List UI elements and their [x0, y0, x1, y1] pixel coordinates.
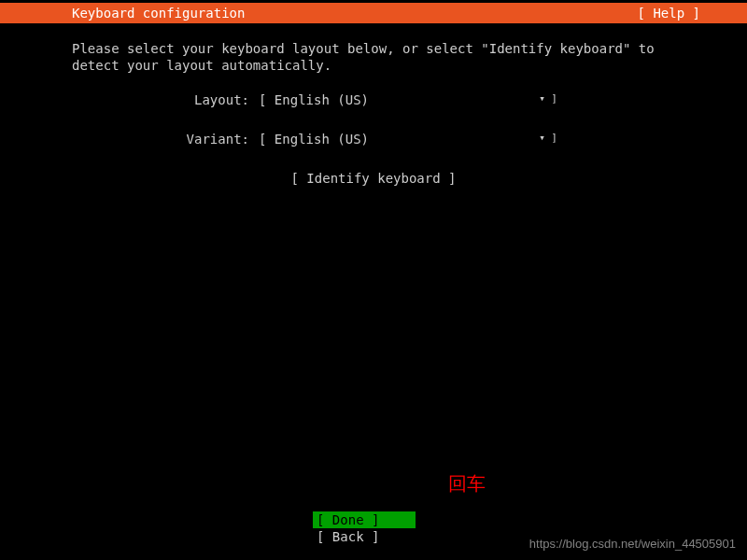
main-content: Please select your keyboard layout below…	[0, 23, 747, 186]
screen-title: Keyboard configuration	[72, 6, 245, 21]
layout-label: Layout:	[72, 92, 259, 107]
help-button[interactable]: [ Help ]	[638, 6, 738, 21]
footer-buttons: [ Done ] [ Back ]	[313, 511, 416, 545]
done-button[interactable]: [ Done ]	[313, 511, 416, 528]
variant-select[interactable]: [ English (US) ▾ ]	[259, 132, 557, 147]
dropdown-icon: ▾ ]	[539, 132, 557, 147]
variant-label: Variant:	[72, 132, 259, 147]
dropdown-icon: ▾ ]	[539, 92, 557, 107]
annotation-text: 回车	[448, 471, 486, 497]
instruction-text: Please select your keyboard layout below…	[72, 40, 675, 74]
variant-field-row: Variant: [ English (US) ▾ ]	[72, 132, 675, 147]
variant-value: [ English (US)	[259, 132, 369, 147]
back-button[interactable]: [ Back ]	[313, 528, 416, 545]
layout-select[interactable]: [ English (US) ▾ ]	[259, 92, 557, 107]
layout-value: [ English (US)	[259, 92, 369, 107]
identify-keyboard-button[interactable]: [ Identify keyboard ]	[72, 171, 675, 186]
layout-field-row: Layout: [ English (US) ▾ ]	[72, 92, 675, 107]
title-bar: Keyboard configuration [ Help ]	[0, 3, 747, 23]
watermark-text: https://blog.csdn.net/weixin_44505901	[529, 537, 736, 551]
